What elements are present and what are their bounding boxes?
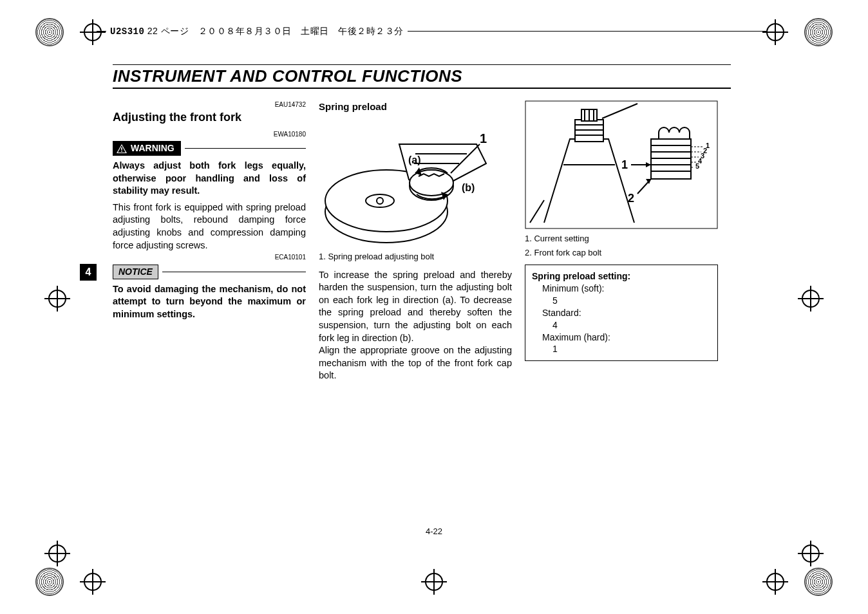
- warning-triangle-icon: [117, 144, 127, 153]
- settings-box: Spring preload setting: Minimum (soft): …: [525, 265, 718, 361]
- figure-caption: 2. Front fork cap bolt: [525, 247, 718, 259]
- registration-mark-icon: [766, 573, 784, 591]
- print-mark-icon: [804, 18, 833, 46]
- figure-label-1: 1: [480, 131, 487, 145]
- settings-min-label: Minimum (soft):: [532, 283, 711, 295]
- section-title: INSTRUMENT AND CONTROL FUNCTIONS: [113, 66, 731, 89]
- svg-line-17: [530, 200, 544, 223]
- notice-label: NOTICE: [113, 265, 158, 279]
- svg-rect-2: [121, 147, 122, 150]
- figure-fork-cap-bolt: 1 2 1 2 3 4 5: [525, 100, 718, 229]
- rule: [162, 272, 306, 272]
- intro-text: This front fork is equipped with spring …: [113, 201, 306, 252]
- registration-mark-icon: [84, 573, 102, 591]
- registration-mark-icon: [802, 544, 820, 563]
- header-metadata: U2S310 22 ページ ２００８年８月３０日 土曜日 午後２時２３分: [106, 26, 408, 37]
- registration-mark-icon: [425, 573, 443, 591]
- print-mark-icon: [35, 18, 64, 46]
- registration-mark-icon: [84, 23, 102, 41]
- settings-std-label: Standard:: [532, 307, 711, 319]
- document-id: U2S310: [110, 26, 144, 37]
- rule: [185, 148, 306, 149]
- registration-mark-icon: [48, 544, 66, 563]
- settings-max-value: 1: [532, 343, 711, 355]
- settings-min-value: 5: [532, 295, 711, 307]
- ref-code: EAU14732: [113, 100, 306, 109]
- header-meta-text: 22 ページ ２００８年８月３０日 土曜日 午後２時２３分: [144, 26, 403, 36]
- content-area: INSTRUMENT AND CONTROL FUNCTIONS EAU1473…: [113, 64, 731, 382]
- column-1: EAU14732 Adjusting the front fork EWA101…: [113, 100, 306, 382]
- page: U2S310 22 ページ ２００８年８月３０日 土曜日 午後２時２３分 4 I…: [0, 0, 868, 614]
- figure-label-a: (a): [408, 154, 421, 165]
- scale-5: 5: [695, 162, 699, 170]
- title-rule: [113, 64, 731, 65]
- settings-std-value: 4: [532, 319, 711, 331]
- figure-label-b: (b): [462, 182, 475, 193]
- registration-mark-icon: [48, 290, 66, 308]
- column-2: Spring preload: [319, 100, 512, 382]
- figure-spring-preload-bolt: (a) (b) 1: [319, 118, 512, 247]
- ref-code: ECA10101: [113, 253, 306, 262]
- column-3: 1 2 1 2 3 4 5 1. Current setting 2. Fron…: [525, 100, 718, 382]
- figure-label-2: 2: [628, 192, 634, 205]
- columns: EAU14732 Adjusting the front fork EWA101…: [113, 100, 731, 382]
- settings-max-label: Maximum (hard):: [532, 331, 711, 344]
- svg-rect-3: [121, 151, 122, 152]
- notice-row: NOTICE: [113, 265, 306, 279]
- settings-title: Spring preload setting:: [532, 270, 711, 283]
- warning-row: WARNING: [113, 141, 306, 156]
- body-text: To increase the spring preload and there…: [319, 269, 512, 382]
- registration-mark-icon: [766, 23, 784, 41]
- subheading: Adjusting the front fork: [113, 109, 306, 125]
- warning-label: WARNING: [113, 141, 181, 156]
- subheading: Spring preload: [319, 100, 512, 113]
- svg-point-9: [410, 170, 453, 196]
- print-mark-icon: [804, 568, 833, 596]
- figure-label-1: 1: [621, 158, 628, 171]
- print-mark-icon: [35, 568, 64, 596]
- registration-mark-icon: [802, 290, 820, 308]
- page-number: 4-22: [0, 526, 868, 536]
- warning-label-text: WARNING: [131, 142, 175, 154]
- warning-text: Always adjust both fork legs equally, ot…: [113, 160, 306, 198]
- svg-line-16: [602, 104, 637, 118]
- figure-caption: 1. Spring preload adjusting bolt: [319, 251, 512, 263]
- ref-code: EWA10180: [113, 130, 306, 139]
- notice-text: To avoid damaging the mechanism, do not …: [113, 283, 306, 321]
- figure-caption: 1. Current setting: [525, 233, 718, 245]
- chapter-tab: 4: [80, 264, 97, 281]
- svg-marker-20: [646, 162, 651, 167]
